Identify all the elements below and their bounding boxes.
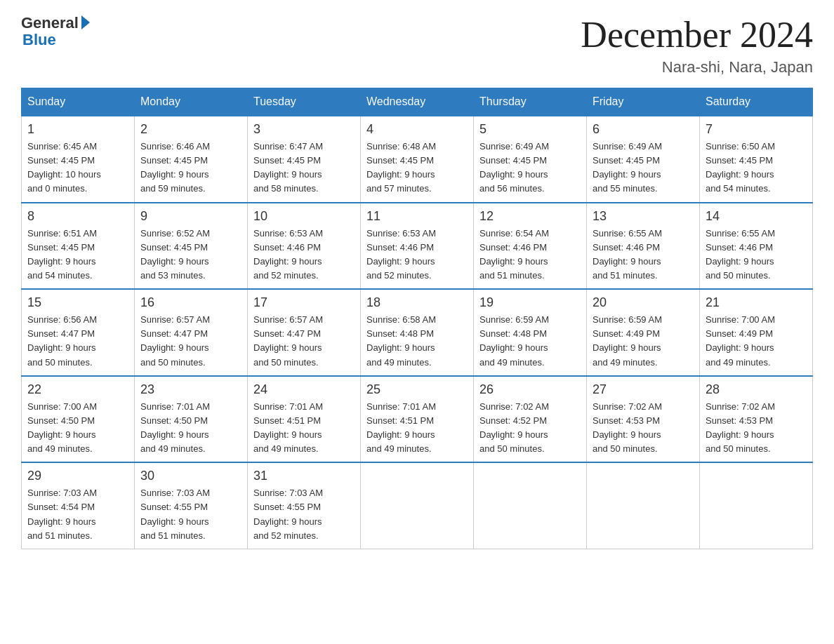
day-info: Sunrise: 6:58 AMSunset: 4:48 PMDaylight:… xyxy=(366,313,468,370)
day-info: Sunrise: 6:56 AMSunset: 4:47 PMDaylight:… xyxy=(27,313,128,370)
day-info: Sunrise: 6:45 AMSunset: 4:45 PMDaylight:… xyxy=(27,140,128,196)
day-info: Sunrise: 6:54 AMSunset: 4:46 PMDaylight:… xyxy=(479,227,581,283)
calendar-cell: 18Sunrise: 6:58 AMSunset: 4:48 PMDayligh… xyxy=(361,289,474,376)
calendar-cell: 15Sunrise: 6:56 AMSunset: 4:47 PMDayligh… xyxy=(22,289,135,376)
location: Nara-shi, Nara, Japan xyxy=(581,58,813,76)
weekday-header-thursday: Thursday xyxy=(474,88,587,116)
day-number: 13 xyxy=(593,209,694,224)
day-number: 23 xyxy=(140,382,241,397)
calendar-week-5: 29Sunrise: 7:03 AMSunset: 4:54 PMDayligh… xyxy=(22,462,813,549)
logo-arrow-icon xyxy=(81,15,90,29)
day-number: 30 xyxy=(140,469,241,483)
day-number: 28 xyxy=(706,382,807,397)
day-number: 12 xyxy=(479,209,581,224)
day-number: 1 xyxy=(27,122,128,137)
calendar-cell: 8Sunrise: 6:51 AMSunset: 4:45 PMDaylight… xyxy=(22,203,135,290)
day-number: 19 xyxy=(479,295,581,310)
day-number: 8 xyxy=(27,209,128,224)
day-info: Sunrise: 7:01 AMSunset: 4:50 PMDaylight:… xyxy=(140,400,241,457)
calendar-week-1: 1Sunrise: 6:45 AMSunset: 4:45 PMDaylight… xyxy=(22,116,813,203)
calendar-cell: 5Sunrise: 6:49 AMSunset: 4:45 PMDaylight… xyxy=(474,116,587,203)
calendar-cell: 19Sunrise: 6:59 AMSunset: 4:48 PMDayligh… xyxy=(474,289,587,376)
calendar-cell: 28Sunrise: 7:02 AMSunset: 4:53 PMDayligh… xyxy=(700,376,813,463)
calendar-cell: 13Sunrise: 6:55 AMSunset: 4:46 PMDayligh… xyxy=(587,203,700,290)
day-info: Sunrise: 6:59 AMSunset: 4:49 PMDaylight:… xyxy=(593,313,694,370)
day-number: 26 xyxy=(479,382,581,397)
calendar-cell: 20Sunrise: 6:59 AMSunset: 4:49 PMDayligh… xyxy=(587,289,700,376)
day-info: Sunrise: 6:53 AMSunset: 4:46 PMDaylight:… xyxy=(253,227,355,283)
day-info: Sunrise: 6:57 AMSunset: 4:47 PMDaylight:… xyxy=(140,313,241,370)
weekday-header-monday: Monday xyxy=(135,88,248,116)
day-info: Sunrise: 6:50 AMSunset: 4:45 PMDaylight:… xyxy=(706,140,807,196)
calendar-cell xyxy=(474,462,587,549)
calendar-cell xyxy=(587,462,700,549)
day-info: Sunrise: 6:59 AMSunset: 4:48 PMDaylight:… xyxy=(479,313,581,370)
calendar-cell: 7Sunrise: 6:50 AMSunset: 4:45 PMDaylight… xyxy=(700,116,813,203)
logo: General Blue xyxy=(21,14,90,49)
weekday-header-tuesday: Tuesday xyxy=(248,88,361,116)
weekday-row: SundayMondayTuesdayWednesdayThursdayFrid… xyxy=(22,88,813,116)
day-info: Sunrise: 6:49 AMSunset: 4:45 PMDaylight:… xyxy=(593,140,694,196)
calendar-cell: 31Sunrise: 7:03 AMSunset: 4:55 PMDayligh… xyxy=(248,462,361,549)
day-info: Sunrise: 7:00 AMSunset: 4:50 PMDaylight:… xyxy=(27,400,128,457)
calendar-cell: 26Sunrise: 7:02 AMSunset: 4:52 PMDayligh… xyxy=(474,376,587,463)
day-number: 9 xyxy=(140,209,241,224)
day-number: 10 xyxy=(253,209,355,224)
calendar-cell: 16Sunrise: 6:57 AMSunset: 4:47 PMDayligh… xyxy=(135,289,248,376)
calendar-cell: 6Sunrise: 6:49 AMSunset: 4:45 PMDaylight… xyxy=(587,116,700,203)
day-number: 2 xyxy=(140,122,241,137)
day-info: Sunrise: 7:01 AMSunset: 4:51 PMDaylight:… xyxy=(253,400,355,457)
calendar-cell: 29Sunrise: 7:03 AMSunset: 4:54 PMDayligh… xyxy=(22,462,135,549)
day-number: 15 xyxy=(27,295,128,310)
title-section: December 2024 Nara-shi, Nara, Japan xyxy=(581,14,813,76)
calendar-week-4: 22Sunrise: 7:00 AMSunset: 4:50 PMDayligh… xyxy=(22,376,813,463)
day-info: Sunrise: 7:03 AMSunset: 4:55 PMDaylight:… xyxy=(140,486,241,543)
weekday-header-friday: Friday xyxy=(587,88,700,116)
calendar-cell: 3Sunrise: 6:47 AMSunset: 4:45 PMDaylight… xyxy=(248,116,361,203)
day-number: 14 xyxy=(706,209,807,224)
day-number: 3 xyxy=(253,122,355,137)
calendar-cell: 14Sunrise: 6:55 AMSunset: 4:46 PMDayligh… xyxy=(700,203,813,290)
day-number: 18 xyxy=(366,295,468,310)
day-info: Sunrise: 6:46 AMSunset: 4:45 PMDaylight:… xyxy=(140,140,241,196)
day-number: 11 xyxy=(366,209,468,224)
day-number: 24 xyxy=(253,382,355,397)
day-info: Sunrise: 6:53 AMSunset: 4:46 PMDaylight:… xyxy=(366,227,468,283)
day-number: 20 xyxy=(593,295,694,310)
calendar-cell xyxy=(361,462,474,549)
calendar-cell xyxy=(700,462,813,549)
calendar-cell: 27Sunrise: 7:02 AMSunset: 4:53 PMDayligh… xyxy=(587,376,700,463)
calendar-cell: 9Sunrise: 6:52 AMSunset: 4:45 PMDaylight… xyxy=(135,203,248,290)
day-info: Sunrise: 6:47 AMSunset: 4:45 PMDaylight:… xyxy=(253,140,355,196)
month-title: December 2024 xyxy=(581,14,813,55)
day-info: Sunrise: 6:52 AMSunset: 4:45 PMDaylight:… xyxy=(140,227,241,283)
calendar-cell: 10Sunrise: 6:53 AMSunset: 4:46 PMDayligh… xyxy=(248,203,361,290)
calendar-table: SundayMondayTuesdayWednesdayThursdayFrid… xyxy=(21,88,813,549)
calendar-week-2: 8Sunrise: 6:51 AMSunset: 4:45 PMDaylight… xyxy=(22,203,813,290)
day-info: Sunrise: 7:02 AMSunset: 4:52 PMDaylight:… xyxy=(479,400,581,457)
day-info: Sunrise: 7:00 AMSunset: 4:49 PMDaylight:… xyxy=(706,313,807,370)
calendar-cell: 21Sunrise: 7:00 AMSunset: 4:49 PMDayligh… xyxy=(700,289,813,376)
weekday-header-saturday: Saturday xyxy=(700,88,813,116)
day-info: Sunrise: 7:02 AMSunset: 4:53 PMDaylight:… xyxy=(593,400,694,457)
day-info: Sunrise: 7:03 AMSunset: 4:54 PMDaylight:… xyxy=(27,486,128,543)
calendar-cell: 22Sunrise: 7:00 AMSunset: 4:50 PMDayligh… xyxy=(22,376,135,463)
day-info: Sunrise: 6:55 AMSunset: 4:46 PMDaylight:… xyxy=(593,227,694,283)
day-number: 27 xyxy=(593,382,694,397)
calendar-cell: 1Sunrise: 6:45 AMSunset: 4:45 PMDaylight… xyxy=(22,116,135,203)
day-info: Sunrise: 6:48 AMSunset: 4:45 PMDaylight:… xyxy=(366,140,468,196)
calendar-cell: 24Sunrise: 7:01 AMSunset: 4:51 PMDayligh… xyxy=(248,376,361,463)
day-number: 22 xyxy=(27,382,128,397)
page-header: General Blue December 2024 Nara-shi, Nar… xyxy=(21,14,813,76)
calendar-header: SundayMondayTuesdayWednesdayThursdayFrid… xyxy=(22,88,813,116)
day-info: Sunrise: 6:49 AMSunset: 4:45 PMDaylight:… xyxy=(479,140,581,196)
day-number: 6 xyxy=(593,122,694,137)
calendar-body: 1Sunrise: 6:45 AMSunset: 4:45 PMDaylight… xyxy=(22,116,813,549)
day-number: 25 xyxy=(366,382,468,397)
day-number: 16 xyxy=(140,295,241,310)
calendar-cell: 11Sunrise: 6:53 AMSunset: 4:46 PMDayligh… xyxy=(361,203,474,290)
day-info: Sunrise: 6:55 AMSunset: 4:46 PMDaylight:… xyxy=(706,227,807,283)
calendar-cell: 23Sunrise: 7:01 AMSunset: 4:50 PMDayligh… xyxy=(135,376,248,463)
calendar-cell: 17Sunrise: 6:57 AMSunset: 4:47 PMDayligh… xyxy=(248,289,361,376)
day-info: Sunrise: 6:51 AMSunset: 4:45 PMDaylight:… xyxy=(27,227,128,283)
